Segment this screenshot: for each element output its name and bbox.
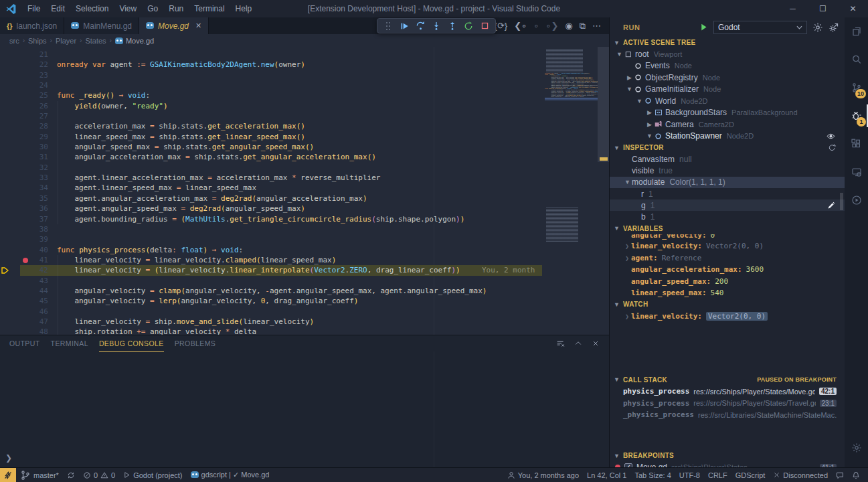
- panel-tab-output[interactable]: OUTPUT: [9, 335, 40, 351]
- maximize-panel-icon[interactable]: [574, 339, 582, 348]
- inspector-row[interactable]: b1: [610, 211, 845, 222]
- glyph-margin[interactable]: [0, 296, 31, 306]
- search-icon[interactable]: [845, 46, 868, 74]
- remote-explorer-icon[interactable]: [845, 158, 868, 186]
- code-line[interactable]: 43: [0, 276, 545, 286]
- step-over-button[interactable]: [412, 19, 428, 33]
- code-editor[interactable]: 2122onready var agent := GSAIKinematicBo…: [0, 47, 609, 335]
- glyph-margin[interactable]: [0, 80, 31, 90]
- breakpoint-checkbox[interactable]: ✓: [624, 463, 632, 467]
- step-out-button[interactable]: [444, 19, 460, 33]
- code-line[interactable]: 30angular_speed_max = ship.stats.get_ang…: [0, 142, 545, 152]
- glyph-margin[interactable]: [0, 101, 31, 111]
- menu-item-edit[interactable]: Edit: [46, 0, 70, 17]
- remote-inspect-eye-icon[interactable]: [827, 132, 835, 141]
- code-line[interactable]: 25func _ready() → void:: [0, 90, 545, 100]
- code-line[interactable]: 44angular_velocity = clamp(angular_veloc…: [0, 286, 545, 296]
- godot-connection[interactable]: Disconnected: [769, 468, 832, 482]
- code-line[interactable]: 48ship.rotation += angular_velocity * de…: [0, 327, 545, 335]
- menu-item-terminal[interactable]: Terminal: [189, 0, 230, 17]
- section-active-scene-tree[interactable]: ▼ACTIVE SCENE TREE: [610, 37, 845, 48]
- glyph-margin[interactable]: [0, 204, 31, 214]
- code-line[interactable]: 22onready var agent := GSAIKinematicBody…: [0, 60, 545, 70]
- glyph-margin[interactable]: [0, 265, 31, 275]
- variable-row[interactable]: angular_speed_max:200: [610, 275, 845, 287]
- breadcrumb-item[interactable]: Player: [56, 37, 76, 45]
- glyph-margin[interactable]: [0, 327, 31, 335]
- cursor-position[interactable]: Ln 42, Col 1: [583, 468, 630, 482]
- start-debug-button[interactable]: [699, 23, 708, 31]
- glyph-margin[interactable]: [0, 255, 31, 265]
- scene-tree-node[interactable]: ▼rootViewport: [610, 48, 845, 60]
- glyph-margin[interactable]: [0, 173, 31, 183]
- glyph-margin[interactable]: [0, 70, 31, 80]
- glyph-margin[interactable]: [0, 132, 31, 142]
- godot-tools-icon[interactable]: [845, 186, 868, 214]
- reload-scripts-button[interactable]: {⟳}: [495, 17, 508, 34]
- section-call-stack[interactable]: ▼CALL STACKPAUSED ON BREAKPOINT: [610, 374, 845, 386]
- code-line[interactable]: 28acceleration_max = ship.stats.get_acce…: [0, 121, 545, 131]
- feedback-icon[interactable]: [832, 468, 848, 482]
- git-branch-status[interactable]: master*: [16, 468, 63, 482]
- code-line[interactable]: 26yield(owner, "ready"): [0, 101, 545, 111]
- glyph-margin[interactable]: [0, 142, 31, 152]
- glyph-margin[interactable]: [0, 60, 31, 70]
- chevron-down-icon[interactable]: ▼: [635, 98, 644, 104]
- refresh-inspector-icon[interactable]: [828, 143, 837, 152]
- glyph-margin[interactable]: [0, 121, 31, 131]
- code-line[interactable]: 42linear_velocity = (linear_velocity.lin…: [0, 265, 545, 275]
- glyph-margin[interactable]: [0, 234, 31, 244]
- code-line[interactable]: 37agent.bounding_radius = (MathUtils.get…: [0, 214, 545, 224]
- menu-item-help[interactable]: Help: [230, 0, 258, 17]
- language-server-status[interactable]: gdscript | ✓ Move.gd: [187, 468, 274, 482]
- sync-status[interactable]: [63, 468, 79, 482]
- scene-tree-node[interactable]: ▶ObjectRegistryNode: [610, 72, 845, 84]
- variable-row[interactable]: ❯linear_velocity:Vector2(0, 0): [610, 310, 845, 322]
- edit-value-pencil-icon[interactable]: [827, 202, 835, 210]
- sidebar-scrollbar-thumb[interactable]: [840, 193, 843, 210]
- section-breakpoints[interactable]: ▼BREAKPOINTS: [610, 450, 845, 461]
- tab-mainmenu-gd[interactable]: MainMenu.gd: [64, 17, 139, 34]
- blame-status[interactable]: You, 2 months ago: [503, 468, 583, 482]
- language-mode[interactable]: GDScript: [731, 468, 770, 482]
- tab-size[interactable]: Tab Size: 4: [630, 468, 675, 482]
- variable-row[interactable]: ❯linear_velocity:Vector2(0, 0): [610, 240, 845, 252]
- run-circle-button[interactable]: ◉: [565, 17, 572, 34]
- chevron-down-icon[interactable]: ▼: [615, 51, 624, 58]
- inspector-row[interactable]: g1: [610, 199, 845, 211]
- menu-item-run[interactable]: Run: [163, 0, 189, 17]
- variable-row[interactable]: linear_speed_max:540: [610, 287, 845, 299]
- chevron-right-icon[interactable]: ❯: [623, 242, 631, 250]
- variable-row[interactable]: angular_acceleration_max:3600: [610, 264, 845, 276]
- split-editor-button[interactable]: ⧉: [580, 17, 586, 34]
- maximize-button[interactable]: ☐: [808, 0, 838, 17]
- godot-run-status[interactable]: Godot (project): [119, 468, 186, 482]
- encoding[interactable]: UTF-8: [675, 468, 704, 482]
- menu-item-go[interactable]: Go: [142, 0, 163, 17]
- variable-row[interactable]: angular_velocity:0: [610, 234, 845, 240]
- glyph-margin[interactable]: [0, 111, 31, 121]
- minimize-button[interactable]: ─: [778, 0, 808, 17]
- breadcrumb-item[interactable]: Ships: [28, 37, 47, 45]
- code-line[interactable]: 34agent.linear_speed_max = linear_speed_…: [0, 183, 545, 193]
- code-line[interactable]: 32: [0, 163, 545, 173]
- tab-launch-json[interactable]: {}launch.json: [0, 17, 64, 34]
- chevron-right-icon[interactable]: ▶: [645, 109, 654, 116]
- glyph-margin[interactable]: [0, 50, 31, 60]
- glyph-margin[interactable]: [0, 193, 31, 204]
- call-stack-frame[interactable]: physics_processres://src/Ships/Player/St…: [610, 397, 845, 409]
- restart-button[interactable]: [460, 19, 476, 33]
- continue-button[interactable]: [396, 19, 412, 33]
- code-line[interactable]: 39: [0, 234, 545, 244]
- navigate-previous-button[interactable]: ∘: [533, 17, 539, 34]
- code-line[interactable]: 40func physics_process(delta: float) → v…: [0, 245, 545, 255]
- scene-tree-node[interactable]: EventsNode: [610, 60, 845, 72]
- tab-close-icon[interactable]: ✕: [195, 21, 201, 30]
- variable-row[interactable]: ❯agent:Reference: [610, 252, 845, 264]
- code-line[interactable]: 46: [0, 307, 545, 317]
- code-line[interactable]: 41linear_velocity = linear_velocity.clam…: [0, 255, 545, 265]
- debug-console-body[interactable]: ❯: [0, 351, 609, 467]
- navigate-forward-button[interactable]: ∘❯: [545, 17, 558, 34]
- panel-tab-debug-console[interactable]: DEBUG CONSOLE: [99, 335, 164, 352]
- close-panel-icon[interactable]: [592, 339, 600, 348]
